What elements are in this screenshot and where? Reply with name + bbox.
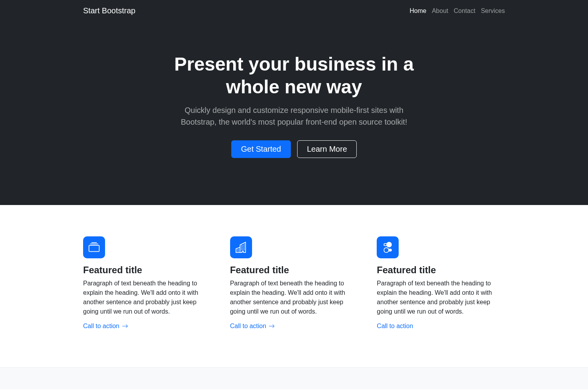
feature-title: Featured title [230, 265, 358, 276]
learn-more-button[interactable]: Learn More [297, 140, 357, 158]
feature-text: Paragraph of text beneath the heading to… [83, 279, 211, 316]
nav-contact[interactable]: Contact [454, 7, 475, 15]
hero-section: Start Bootstrap Home About Contact Servi… [0, 0, 588, 205]
hero-buttons: Get Started Learn More [83, 140, 505, 158]
feature-card: Featured title Paragraph of text beneath… [377, 236, 505, 330]
arrow-right-icon [269, 323, 275, 329]
feature-cta-label: Call to action [83, 323, 120, 330]
hero-body: Present your business in a whole new way… [83, 22, 505, 205]
toggles-icon [377, 236, 399, 258]
feature-cta-link[interactable]: Call to action [230, 323, 275, 330]
nav-services[interactable]: Services [481, 7, 505, 15]
hero-lead: Quickly design and customize responsive … [172, 104, 416, 128]
arrow-right-icon [122, 323, 128, 329]
hero-title: Present your business in a whole new way [157, 53, 431, 98]
get-started-button[interactable]: Get Started [231, 140, 291, 158]
feature-card: Featured title Paragraph of text beneath… [83, 236, 211, 330]
navbar: Start Bootstrap Home About Contact Servi… [83, 0, 505, 22]
features-section: Featured title Paragraph of text beneath… [0, 205, 588, 367]
brand-link[interactable]: Start Bootstrap [83, 6, 135, 15]
collection-icon [83, 236, 105, 258]
feature-card: Featured title Paragraph of text beneath… [230, 236, 358, 330]
feature-cta-label: Call to action [377, 323, 413, 330]
feature-cta-label: Call to action [230, 323, 267, 330]
nav-about[interactable]: About [432, 7, 448, 15]
nav-home[interactable]: Home [410, 7, 426, 15]
building-icon [230, 236, 252, 258]
feature-title: Featured title [377, 265, 505, 276]
feature-cta-link[interactable]: Call to action [377, 323, 413, 330]
feature-text: Paragraph of text beneath the heading to… [377, 279, 505, 316]
footer [0, 367, 588, 389]
feature-text: Paragraph of text beneath the heading to… [230, 279, 358, 316]
feature-title: Featured title [83, 265, 211, 276]
nav-links: Home About Contact Services [410, 7, 505, 15]
feature-cta-link[interactable]: Call to action [83, 323, 128, 330]
